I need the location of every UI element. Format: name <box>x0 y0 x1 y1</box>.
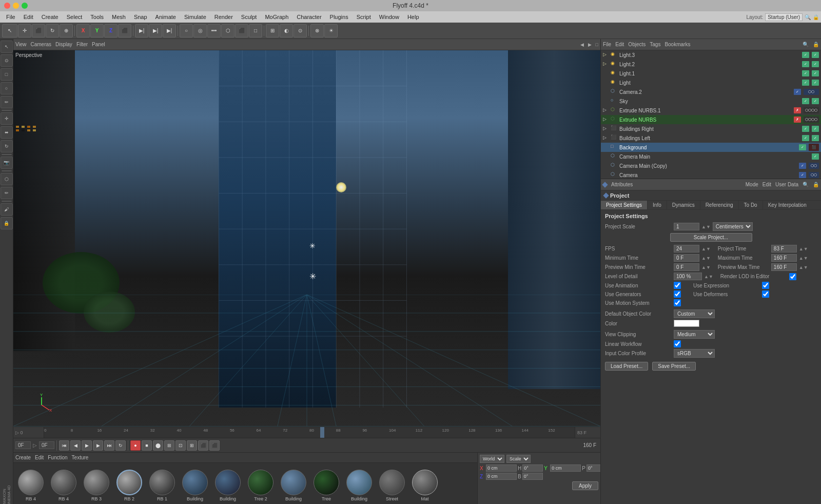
obj-bookmarks-menu[interactable]: Bookmarks <box>664 42 690 47</box>
menu-mograph[interactable]: MoGraph <box>261 13 292 21</box>
vp-btn2[interactable]: ▶ <box>588 42 592 47</box>
obj-sky[interactable]: ○ Sky ✓ ✓ <box>601 96 821 106</box>
mat-rb3[interactable]: RB 3 <box>81 466 112 501</box>
obj-light1[interactable]: ◉ Light.1 ✓ ✓ <box>601 69 821 78</box>
viewport-canvas[interactable]: ✳ ✳ Perspective X Y <box>13 50 600 427</box>
obj-camc-tag[interactable]: ⬡⬡ <box>809 163 819 169</box>
obj-extrude1[interactable]: ▷ ⬡ Extrude NURBS.1 ✗ ⬡⬡⬡⬡ <box>601 106 821 115</box>
menu-mesh[interactable]: Mesh <box>108 13 130 21</box>
obj-bldgr-vis2[interactable]: ✓ <box>812 126 819 132</box>
tool-lock[interactable]: 🔒 <box>1 217 13 229</box>
obj-cam-main[interactable]: ⬡ Camera Main ✓ <box>601 152 821 161</box>
min-time-input[interactable] <box>674 254 699 262</box>
obj-background[interactable]: □ Background ✓ ⬛ <box>601 143 821 152</box>
obj-light1-vis[interactable]: ✓ <box>802 70 809 76</box>
obj-bldg-left[interactable]: ▷ ⬛ Buildings Left ✓ ✓ <box>601 133 821 143</box>
proj-scale-input[interactable] <box>674 223 699 230</box>
obj-light2-vis[interactable]: ✓ <box>802 61 809 67</box>
proj-scale-unit[interactable]: Centimeters <box>713 222 753 231</box>
menu-edit[interactable]: Edit <box>19 13 37 21</box>
mat-rb4-2[interactable]: RB 4 <box>48 466 79 501</box>
obj-camc-vis[interactable]: ✓ <box>799 163 806 169</box>
scale-project-btn[interactable]: Scale Project... <box>670 233 752 242</box>
color-profile-select[interactable]: sRGB <box>674 349 715 358</box>
tool-draw[interactable]: ✏ <box>1 187 13 199</box>
edit-menu-mat[interactable]: Edit <box>35 455 44 460</box>
tab-project-settings[interactable]: Project Settings <box>601 201 648 209</box>
search-icon[interactable]: 🔍 <box>805 14 811 20</box>
obj-light-vis2[interactable]: ✓ <box>812 80 819 86</box>
mat-building1[interactable]: Building <box>180 466 210 501</box>
lod-spin[interactable]: ▲▼ <box>704 274 713 279</box>
max-time-input[interactable] <box>771 254 797 262</box>
p-input[interactable] <box>587 464 600 472</box>
tool-rotate[interactable]: ↻ <box>1 140 13 152</box>
tool-rect-sel[interactable]: □ <box>1 68 13 81</box>
preview-max-spin[interactable]: ▲▼ <box>799 265 808 270</box>
record-btn[interactable]: ● <box>130 440 141 451</box>
close-button[interactable] <box>4 3 10 9</box>
obj-cam[interactable]: ⬡ Camera ✓ ⬡⬡ <box>601 170 821 179</box>
obj-light3-vis[interactable]: ✓ <box>802 52 809 58</box>
menu-tools[interactable]: Tools <box>86 13 108 21</box>
view-menu[interactable]: View <box>15 42 27 47</box>
load-preset-btn[interactable]: Load Preset... <box>605 362 648 371</box>
obj-sky-vis2[interactable]: ✓ <box>812 98 819 104</box>
mat-tree[interactable]: Tree <box>311 466 342 501</box>
fps-input[interactable] <box>674 245 699 253</box>
obj-bldgl-vis2[interactable]: ✓ <box>812 135 819 141</box>
record2-btn[interactable]: ⬤ <box>153 440 163 451</box>
scale-tool-btn[interactable]: ⬛ <box>32 24 45 37</box>
tool-prim[interactable]: ⬡ <box>1 173 13 185</box>
b-input[interactable] <box>522 473 543 480</box>
frame-all-btn[interactable]: ▶| <box>135 24 148 37</box>
obj-extrude[interactable]: ▷ ⬡ Extrude NURBS ✗ ⬡⬡⬡⬡ <box>601 115 821 124</box>
motion-btn[interactable]: ⊡ <box>175 440 186 451</box>
attr-edit-menu[interactable]: Edit <box>763 182 771 187</box>
z-axis-btn[interactable]: Z <box>104 24 118 37</box>
obj-bg-tag[interactable]: ⬛ <box>809 144 819 151</box>
timeline-btn[interactable]: ⊞ <box>164 440 174 451</box>
menu-help[interactable]: Help <box>403 13 423 21</box>
h-input[interactable] <box>522 464 543 472</box>
tab-todo[interactable]: To Do <box>739 201 763 209</box>
obj-objects-menu[interactable]: Objects <box>628 42 646 47</box>
stop-btn[interactable]: ■ <box>142 440 152 451</box>
mat-street[interactable]: Street <box>377 466 407 501</box>
use-expr-check[interactable] <box>762 282 769 289</box>
render-pic-btn[interactable]: ⊙ <box>294 24 307 37</box>
project-time-spin[interactable]: ▲▼ <box>799 246 808 251</box>
use-anim-check[interactable] <box>674 282 681 289</box>
obj-light[interactable]: ◉ Light ✓ ✓ <box>601 78 821 87</box>
render-lod-check[interactable] <box>789 273 796 280</box>
obj-bldgl-vis[interactable]: ✓ <box>802 135 809 141</box>
menu-file[interactable]: File <box>2 13 19 21</box>
attr-search[interactable]: 🔍 <box>803 182 809 187</box>
obj-tags-menu[interactable]: Tags <box>650 42 660 47</box>
render-region-btn[interactable]: ⊞ <box>266 24 279 37</box>
stereo-btn[interactable]: ⊗ <box>310 24 324 37</box>
apply-button[interactable]: Apply <box>572 481 598 490</box>
obj-cam-vis[interactable]: ✓ <box>799 172 806 178</box>
max-time-spin[interactable]: ▲▼ <box>799 256 808 261</box>
light-btn[interactable]: ☀ <box>324 24 338 37</box>
mat-rb2[interactable]: RB 2 <box>114 466 145 501</box>
object-btn[interactable]: ○ <box>180 24 193 37</box>
linear-wf-check[interactable] <box>674 340 681 347</box>
obj-lock-icon[interactable]: 🔒 <box>813 42 819 47</box>
y-axis-btn[interactable]: Y <box>90 24 104 37</box>
panel-menu[interactable]: Panel <box>92 42 105 47</box>
obj-file-menu[interactable]: File <box>603 42 611 47</box>
timeline-ruler[interactable]: ▷ 0 0 8 16 24 32 40 48 56 64 <box>13 427 600 438</box>
save-preset-btn[interactable]: Save Preset... <box>652 362 696 371</box>
menu-animate[interactable]: Animate <box>151 13 180 21</box>
menu-create[interactable]: Create <box>37 13 63 21</box>
preview-min-input[interactable] <box>674 263 699 271</box>
obj-search-icon[interactable]: 🔍 <box>803 42 809 47</box>
mode-select-btn[interactable]: ↖ <box>2 24 17 37</box>
mat-building4[interactable]: Building <box>344 466 375 501</box>
menu-render[interactable]: Render <box>210 13 237 21</box>
attr-mode-menu[interactable]: Mode <box>746 182 758 187</box>
use-gen-check[interactable] <box>674 290 681 298</box>
obj-cam-copy[interactable]: ⬡ Camera Main (Copy) ✓ ⬡⬡ <box>601 161 821 170</box>
